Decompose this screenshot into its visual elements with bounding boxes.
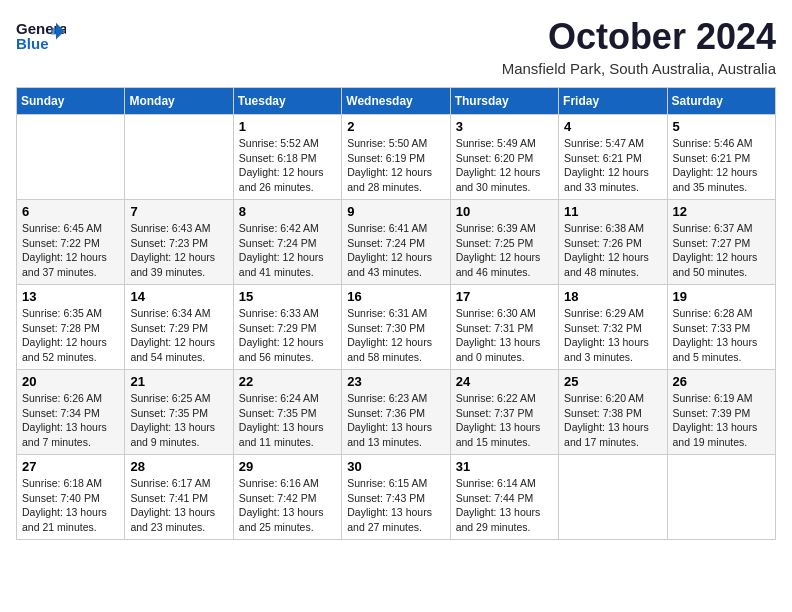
day-info: Sunrise: 6:31 AM Sunset: 7:30 PM Dayligh… — [347, 306, 444, 365]
calendar-header-row: SundayMondayTuesdayWednesdayThursdayFrid… — [17, 88, 776, 115]
calendar-cell: 16Sunrise: 6:31 AM Sunset: 7:30 PM Dayli… — [342, 285, 450, 370]
day-info: Sunrise: 5:47 AM Sunset: 6:21 PM Dayligh… — [564, 136, 661, 195]
day-number: 27 — [22, 459, 119, 474]
logo: General Blue — [16, 16, 66, 58]
calendar-cell — [559, 455, 667, 540]
day-number: 5 — [673, 119, 770, 134]
day-number: 22 — [239, 374, 336, 389]
calendar-week-row: 1Sunrise: 5:52 AM Sunset: 6:18 PM Daylig… — [17, 115, 776, 200]
day-number: 31 — [456, 459, 553, 474]
calendar-week-row: 13Sunrise: 6:35 AM Sunset: 7:28 PM Dayli… — [17, 285, 776, 370]
calendar-cell: 31Sunrise: 6:14 AM Sunset: 7:44 PM Dayli… — [450, 455, 558, 540]
day-info: Sunrise: 6:25 AM Sunset: 7:35 PM Dayligh… — [130, 391, 227, 450]
calendar-cell: 22Sunrise: 6:24 AM Sunset: 7:35 PM Dayli… — [233, 370, 341, 455]
day-info: Sunrise: 6:38 AM Sunset: 7:26 PM Dayligh… — [564, 221, 661, 280]
calendar-week-row: 27Sunrise: 6:18 AM Sunset: 7:40 PM Dayli… — [17, 455, 776, 540]
day-number: 28 — [130, 459, 227, 474]
calendar-table: SundayMondayTuesdayWednesdayThursdayFrid… — [16, 87, 776, 540]
day-info: Sunrise: 5:49 AM Sunset: 6:20 PM Dayligh… — [456, 136, 553, 195]
day-info: Sunrise: 6:20 AM Sunset: 7:38 PM Dayligh… — [564, 391, 661, 450]
day-number: 6 — [22, 204, 119, 219]
day-header-thursday: Thursday — [450, 88, 558, 115]
day-number: 9 — [347, 204, 444, 219]
day-header-saturday: Saturday — [667, 88, 775, 115]
day-info: Sunrise: 5:46 AM Sunset: 6:21 PM Dayligh… — [673, 136, 770, 195]
day-number: 21 — [130, 374, 227, 389]
day-number: 30 — [347, 459, 444, 474]
day-info: Sunrise: 6:45 AM Sunset: 7:22 PM Dayligh… — [22, 221, 119, 280]
calendar-cell: 9Sunrise: 6:41 AM Sunset: 7:24 PM Daylig… — [342, 200, 450, 285]
calendar-cell: 8Sunrise: 6:42 AM Sunset: 7:24 PM Daylig… — [233, 200, 341, 285]
day-number: 14 — [130, 289, 227, 304]
month-title: October 2024 — [502, 16, 776, 58]
calendar-cell — [125, 115, 233, 200]
calendar-cell: 30Sunrise: 6:15 AM Sunset: 7:43 PM Dayli… — [342, 455, 450, 540]
day-number: 20 — [22, 374, 119, 389]
day-info: Sunrise: 6:17 AM Sunset: 7:41 PM Dayligh… — [130, 476, 227, 535]
day-header-tuesday: Tuesday — [233, 88, 341, 115]
day-info: Sunrise: 6:23 AM Sunset: 7:36 PM Dayligh… — [347, 391, 444, 450]
day-info: Sunrise: 6:18 AM Sunset: 7:40 PM Dayligh… — [22, 476, 119, 535]
calendar-cell: 17Sunrise: 6:30 AM Sunset: 7:31 PM Dayli… — [450, 285, 558, 370]
calendar-cell: 26Sunrise: 6:19 AM Sunset: 7:39 PM Dayli… — [667, 370, 775, 455]
day-info: Sunrise: 6:29 AM Sunset: 7:32 PM Dayligh… — [564, 306, 661, 365]
day-info: Sunrise: 6:37 AM Sunset: 7:27 PM Dayligh… — [673, 221, 770, 280]
day-info: Sunrise: 6:35 AM Sunset: 7:28 PM Dayligh… — [22, 306, 119, 365]
day-header-friday: Friday — [559, 88, 667, 115]
day-info: Sunrise: 6:24 AM Sunset: 7:35 PM Dayligh… — [239, 391, 336, 450]
day-number: 2 — [347, 119, 444, 134]
calendar-cell: 12Sunrise: 6:37 AM Sunset: 7:27 PM Dayli… — [667, 200, 775, 285]
day-number: 10 — [456, 204, 553, 219]
page-header: General Blue October 2024 Mansfield Park… — [16, 16, 776, 77]
day-number: 13 — [22, 289, 119, 304]
location-subtitle: Mansfield Park, South Australia, Austral… — [502, 60, 776, 77]
calendar-cell: 11Sunrise: 6:38 AM Sunset: 7:26 PM Dayli… — [559, 200, 667, 285]
calendar-week-row: 20Sunrise: 6:26 AM Sunset: 7:34 PM Dayli… — [17, 370, 776, 455]
day-number: 26 — [673, 374, 770, 389]
day-info: Sunrise: 5:52 AM Sunset: 6:18 PM Dayligh… — [239, 136, 336, 195]
calendar-cell: 20Sunrise: 6:26 AM Sunset: 7:34 PM Dayli… — [17, 370, 125, 455]
calendar-cell: 18Sunrise: 6:29 AM Sunset: 7:32 PM Dayli… — [559, 285, 667, 370]
day-info: Sunrise: 5:50 AM Sunset: 6:19 PM Dayligh… — [347, 136, 444, 195]
title-block: October 2024 Mansfield Park, South Austr… — [502, 16, 776, 77]
day-info: Sunrise: 6:15 AM Sunset: 7:43 PM Dayligh… — [347, 476, 444, 535]
calendar-cell — [17, 115, 125, 200]
day-info: Sunrise: 6:22 AM Sunset: 7:37 PM Dayligh… — [456, 391, 553, 450]
day-info: Sunrise: 6:34 AM Sunset: 7:29 PM Dayligh… — [130, 306, 227, 365]
day-info: Sunrise: 6:26 AM Sunset: 7:34 PM Dayligh… — [22, 391, 119, 450]
calendar-cell: 28Sunrise: 6:17 AM Sunset: 7:41 PM Dayli… — [125, 455, 233, 540]
day-number: 25 — [564, 374, 661, 389]
calendar-cell: 15Sunrise: 6:33 AM Sunset: 7:29 PM Dayli… — [233, 285, 341, 370]
day-info: Sunrise: 6:19 AM Sunset: 7:39 PM Dayligh… — [673, 391, 770, 450]
calendar-cell: 27Sunrise: 6:18 AM Sunset: 7:40 PM Dayli… — [17, 455, 125, 540]
calendar-cell: 1Sunrise: 5:52 AM Sunset: 6:18 PM Daylig… — [233, 115, 341, 200]
day-info: Sunrise: 6:41 AM Sunset: 7:24 PM Dayligh… — [347, 221, 444, 280]
day-header-monday: Monday — [125, 88, 233, 115]
svg-marker-3 — [51, 28, 59, 35]
calendar-cell: 10Sunrise: 6:39 AM Sunset: 7:25 PM Dayli… — [450, 200, 558, 285]
day-number: 19 — [673, 289, 770, 304]
day-header-wednesday: Wednesday — [342, 88, 450, 115]
calendar-cell: 21Sunrise: 6:25 AM Sunset: 7:35 PM Dayli… — [125, 370, 233, 455]
calendar-cell: 7Sunrise: 6:43 AM Sunset: 7:23 PM Daylig… — [125, 200, 233, 285]
day-info: Sunrise: 6:30 AM Sunset: 7:31 PM Dayligh… — [456, 306, 553, 365]
calendar-cell: 25Sunrise: 6:20 AM Sunset: 7:38 PM Dayli… — [559, 370, 667, 455]
calendar-cell: 19Sunrise: 6:28 AM Sunset: 7:33 PM Dayli… — [667, 285, 775, 370]
day-info: Sunrise: 6:39 AM Sunset: 7:25 PM Dayligh… — [456, 221, 553, 280]
day-info: Sunrise: 6:43 AM Sunset: 7:23 PM Dayligh… — [130, 221, 227, 280]
calendar-cell: 29Sunrise: 6:16 AM Sunset: 7:42 PM Dayli… — [233, 455, 341, 540]
day-number: 17 — [456, 289, 553, 304]
day-number: 3 — [456, 119, 553, 134]
calendar-cell: 6Sunrise: 6:45 AM Sunset: 7:22 PM Daylig… — [17, 200, 125, 285]
calendar-cell: 13Sunrise: 6:35 AM Sunset: 7:28 PM Dayli… — [17, 285, 125, 370]
day-number: 7 — [130, 204, 227, 219]
calendar-cell: 14Sunrise: 6:34 AM Sunset: 7:29 PM Dayli… — [125, 285, 233, 370]
day-number: 8 — [239, 204, 336, 219]
calendar-cell: 23Sunrise: 6:23 AM Sunset: 7:36 PM Dayli… — [342, 370, 450, 455]
day-info: Sunrise: 6:28 AM Sunset: 7:33 PM Dayligh… — [673, 306, 770, 365]
day-number: 15 — [239, 289, 336, 304]
day-info: Sunrise: 6:16 AM Sunset: 7:42 PM Dayligh… — [239, 476, 336, 535]
day-number: 29 — [239, 459, 336, 474]
day-info: Sunrise: 6:14 AM Sunset: 7:44 PM Dayligh… — [456, 476, 553, 535]
day-number: 4 — [564, 119, 661, 134]
